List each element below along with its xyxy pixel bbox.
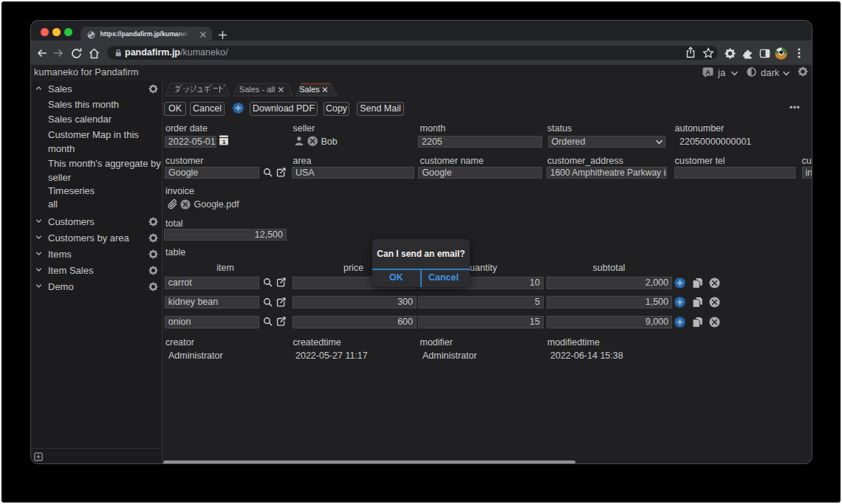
svg-text:Sales - all: Sales - all [239,85,275,94]
svg-text:A: A [705,68,711,76]
svg-text:Sales: Sales [299,85,320,94]
